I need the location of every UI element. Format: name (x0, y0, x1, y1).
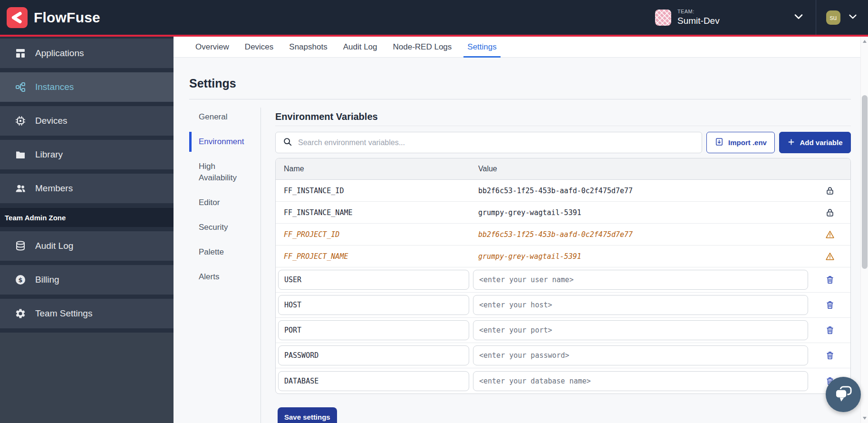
chat-widget-button[interactable] (826, 377, 861, 412)
env-value-input[interactable] (473, 345, 808, 365)
table-row-editable (276, 343, 850, 368)
delete-variable-button[interactable] (825, 275, 835, 285)
user-avatar[interactable]: su (826, 10, 840, 25)
sidebar-item-label: Team Settings (35, 308, 92, 319)
instance-tabbar: Overview Devices Snapshots Audit Log Nod… (174, 37, 860, 58)
sidebar-item-label: Audit Log (35, 241, 73, 251)
sidebar-item-label: Instances (35, 82, 74, 92)
table-row-editable (276, 293, 850, 318)
env-value: bb2f6c53-1f25-453b-aafd-0c2f475d7e77 (478, 187, 810, 195)
chevron-down-icon[interactable] (793, 11, 804, 24)
sidebar-item-audit-log[interactable]: Audit Log (0, 231, 174, 261)
page-title: Settings (189, 77, 851, 90)
instances-icon (14, 81, 27, 93)
logo-wordmark[interactable]: FlowFuse (34, 10, 100, 26)
subnav-item-palette[interactable]: Palette (189, 246, 255, 258)
settings-subnav: General Environment High Availability Ed… (189, 108, 261, 423)
sidebar-item-library[interactable]: Library (0, 140, 174, 169)
env-value-input[interactable] (473, 371, 808, 391)
subnav-item-general[interactable]: General (189, 111, 255, 123)
tab-overview[interactable]: Overview (194, 37, 230, 57)
subnav-item-alerts[interactable]: Alerts (189, 271, 255, 283)
search-box (275, 132, 702, 153)
delete-variable-button[interactable] (825, 300, 835, 310)
scroll-up-arrow-icon[interactable] (863, 40, 867, 43)
env-name-input[interactable] (278, 371, 469, 391)
table-row-locked: FF_INSTANCE_ID bb2f6c53-1f25-453b-aafd-0… (276, 180, 850, 202)
gear-icon (14, 308, 27, 319)
plus-icon (787, 138, 795, 148)
env-value-input[interactable] (473, 320, 808, 340)
team-label: TEAM: (677, 9, 720, 15)
flowfuse-logo-icon[interactable] (7, 7, 28, 28)
tab-settings[interactable]: Settings (466, 37, 497, 57)
applications-icon (14, 48, 27, 59)
env-value-input[interactable] (473, 295, 808, 315)
trash-icon (825, 300, 835, 310)
title-divider (189, 99, 851, 99)
environment-panel: Environment Variables (275, 108, 851, 423)
tab-snapshots[interactable]: Snapshots (288, 37, 328, 57)
sidebar-item-applications[interactable]: Applications (0, 39, 174, 68)
tab-node-red-logs[interactable]: Node-RED Logs (392, 37, 453, 57)
sidebar-item-label: Members (35, 183, 73, 194)
chevron-left-logo-glyph (9, 10, 25, 26)
vertical-scrollbar[interactable] (860, 37, 868, 423)
sidebar-item-team-settings[interactable]: Team Settings (0, 299, 174, 328)
subnav-item-environment[interactable]: Environment (189, 136, 255, 148)
column-header-name: Name (276, 165, 478, 173)
add-variable-button[interactable]: Add variable (779, 132, 851, 153)
table-row-editable (276, 267, 850, 293)
search-input[interactable] (298, 138, 702, 147)
sidebar-item-members[interactable]: Members (0, 174, 174, 203)
team-avatar (655, 10, 671, 26)
folder-icon (14, 149, 27, 160)
subnav-item-security[interactable]: Security (189, 222, 255, 233)
env-name: FF_PROJECT_NAME (276, 252, 478, 261)
env-value: bb2f6c53-1f25-453b-aafd-0c2f475d7e77 (478, 230, 810, 239)
table-row-editable (276, 318, 850, 343)
dollar-circle-icon: $ (14, 274, 27, 285)
env-value-input[interactable] (473, 270, 808, 290)
import-env-button[interactable]: Import .env (706, 132, 775, 153)
subnav-item-high-availability[interactable]: High Availability (189, 161, 255, 184)
env-name-input[interactable] (278, 270, 469, 290)
table-row-deprecated: FF_PROJECT_ID bb2f6c53-1f25-453b-aafd-0c… (276, 224, 850, 246)
env-name-input[interactable] (278, 295, 469, 315)
sidebar-item-label: Devices (35, 116, 68, 126)
scroll-down-arrow-icon[interactable] (863, 417, 867, 420)
env-name: FF_INSTANCE_ID (276, 187, 478, 195)
top-header: FlowFuse TEAM: Sumit-Dev su (0, 0, 868, 35)
app-root: FlowFuse TEAM: Sumit-Dev su Applicatio (0, 0, 868, 423)
env-name-input[interactable] (278, 320, 469, 340)
env-value: grumpy-grey-wagtail-5391 (478, 208, 810, 217)
sidebar-item-label: Library (35, 149, 63, 160)
sidebar-item-label: Applications (35, 48, 84, 59)
team-selector[interactable]: TEAM: Sumit-Dev (642, 0, 816, 35)
chip-icon (14, 115, 27, 127)
table-row-locked: FF_INSTANCE_NAME grumpy-grey-wagtail-539… (276, 202, 850, 224)
subnav-item-editor[interactable]: Editor (189, 197, 255, 208)
scrollbar-thumb[interactable] (862, 95, 868, 269)
trash-icon (825, 325, 835, 335)
sidebar-item-devices[interactable]: Devices (0, 106, 174, 136)
delete-variable-button[interactable] (825, 325, 835, 335)
lock-icon (810, 186, 850, 196)
user-menu[interactable]: su (816, 0, 868, 35)
env-name-input[interactable] (278, 345, 469, 365)
table-header-row: Name Value (276, 158, 850, 180)
save-settings-button[interactable]: Save settings (278, 407, 337, 423)
tab-devices[interactable]: Devices (244, 37, 274, 57)
sidebar-item-label: Billing (35, 275, 59, 285)
sidebar-item-billing[interactable]: $ Billing (0, 265, 174, 295)
lock-icon (810, 207, 850, 218)
tab-audit-log[interactable]: Audit Log (342, 37, 378, 57)
delete-variable-button[interactable] (825, 350, 835, 361)
chevron-down-icon[interactable] (848, 11, 858, 24)
sidebar-filler (0, 333, 174, 423)
import-download-icon (714, 137, 724, 148)
column-header-value: Value (478, 165, 810, 173)
sidebar-item-instances[interactable]: Instances (0, 72, 174, 102)
table-row-editable (276, 368, 850, 393)
trash-icon (825, 275, 835, 285)
